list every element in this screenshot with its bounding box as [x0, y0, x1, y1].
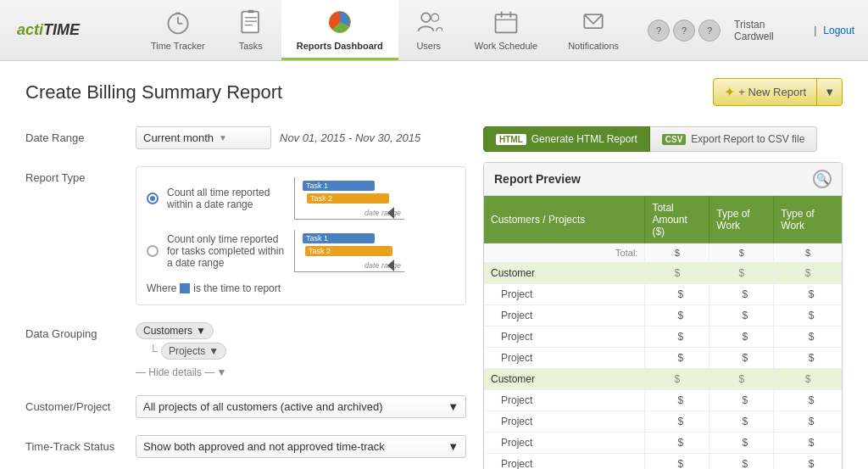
- users-icon: [414, 7, 444, 37]
- nav-item-work-schedule[interactable]: Work Schedule: [459, 0, 553, 60]
- hide-details-text: — Hide details —: [136, 366, 214, 378]
- svg-rect-4: [242, 12, 259, 33]
- radio-option-1[interactable]: [147, 193, 159, 204]
- row-col1-4: $: [645, 348, 709, 369]
- date-range-select[interactable]: Current month ▼: [136, 126, 271, 149]
- table-row: Project $ $ $: [484, 433, 842, 454]
- grouping-projects-chip[interactable]: Projects ▼: [161, 343, 226, 360]
- grouping-customers-chip[interactable]: Customers ▼: [136, 322, 214, 339]
- row-col1-9: $: [645, 454, 709, 470]
- html-badge: HTML: [496, 134, 526, 145]
- chevron-down-icon: ▼: [824, 86, 835, 98]
- top-navigation: actiTIME Time Tracker: [0, 0, 868, 61]
- table-row: Project $ $ $: [484, 327, 842, 348]
- report-type-row: Report Type Count all time reported with…: [25, 166, 466, 305]
- time-track-select[interactable]: Show both approved and not approved time…: [136, 435, 466, 458]
- date-range-control: Current month ▼ Nov 01, 2015 - Nov 30, 2…: [136, 126, 466, 149]
- gantt-diagram-1: Task 1 Task 2 date range: [294, 177, 404, 220]
- nav-label-work-schedule: Work Schedule: [475, 41, 537, 51]
- row-col3-4: $: [774, 348, 842, 369]
- date-range-arrow: ▼: [219, 133, 227, 142]
- option-2-text: Count only time reported for tasks compl…: [167, 233, 286, 269]
- time-tracker-icon: [163, 7, 193, 37]
- nav-item-time-tracker[interactable]: Time Tracker: [136, 0, 220, 60]
- row-col3-2: $: [774, 305, 842, 327]
- search-button[interactable]: 🔍: [813, 170, 832, 188]
- radio-option-2[interactable]: [147, 245, 159, 257]
- report-type-box: Count all time reported within a date ra…: [136, 166, 466, 305]
- customer-project-arrow: ▼: [448, 400, 459, 413]
- customers-label: Customers: [143, 325, 192, 337]
- total-label: Total:: [484, 243, 645, 263]
- th-work1: Type of Work: [709, 196, 774, 243]
- table-row: Project $ $ $: [484, 348, 842, 369]
- new-report-label: + New Report: [738, 86, 806, 98]
- separator: |: [814, 25, 816, 36]
- row-col2-5: $: [709, 369, 774, 390]
- hide-details[interactable]: — Hide details — ▼: [136, 366, 466, 378]
- row-col2-8: $: [709, 433, 774, 454]
- svg-marker-18: [387, 260, 394, 271]
- l-arrow-icon: └: [149, 344, 158, 358]
- right-panel: HTML Generate HTML Report CSV Export Rep…: [483, 126, 843, 469]
- total-col3: $: [774, 243, 842, 263]
- left-panel: Date Range Current month ▼ Nov 01, 2015 …: [25, 126, 466, 469]
- new-report-dropdown-arrow[interactable]: ▼: [817, 81, 842, 103]
- row-label-6: Project: [484, 390, 645, 411]
- row-col3-8: $: [774, 433, 842, 454]
- data-grouping-control: Customers ▼ └ Projects ▼ —: [136, 322, 466, 378]
- row-col1-5: $: [645, 369, 709, 390]
- row-label-7: Project: [484, 411, 645, 433]
- user-icon-2: ?: [673, 20, 695, 42]
- nav-item-reports[interactable]: Reports Dashboard: [281, 0, 398, 60]
- user-area: ? ? ? Tristan Cardwell | Logout: [634, 19, 868, 42]
- date-range-label: Date Range: [25, 126, 136, 144]
- row-col3-9: $: [774, 454, 842, 470]
- report-preview: Report Preview 🔍 Customers / Projects To…: [483, 162, 843, 469]
- th-work2: Type of Work: [774, 196, 842, 243]
- nav-label-time-tracker: Time Tracker: [151, 41, 205, 51]
- blue-square-icon: [180, 283, 190, 293]
- nav-item-notifications[interactable]: Notifications: [553, 0, 634, 60]
- svg-rect-8: [248, 10, 253, 14]
- export-csv-button[interactable]: CSV Export Report to CSV file: [650, 126, 818, 152]
- svg-rect-3: [175, 12, 180, 14]
- row-col3-1: $: [774, 284, 842, 305]
- customers-arrow: ▼: [196, 325, 206, 337]
- svg-rect-12: [496, 14, 517, 32]
- data-grouping-row: Data Grouping Customers ▼ └ Projec: [25, 322, 466, 378]
- customer-project-label: Customer/Project: [25, 395, 136, 413]
- nav-item-tasks[interactable]: Tasks: [220, 0, 281, 60]
- report-type-option-1[interactable]: Count all time reported within a date ra…: [147, 177, 455, 220]
- data-grouping-label: Data Grouping: [25, 322, 136, 340]
- projects-arrow: ▼: [209, 345, 219, 357]
- nav-item-users[interactable]: Users: [398, 0, 459, 60]
- app-logo: actiTIME: [0, 21, 136, 39]
- time-track-label: Time-Track Status: [25, 435, 136, 453]
- row-col2-4: $: [709, 348, 774, 369]
- row-col1-1: $: [645, 284, 709, 305]
- user-icons: ? ? ?: [648, 20, 721, 42]
- logout-link[interactable]: Logout: [823, 25, 854, 36]
- generate-html-label: Generate HTML Report: [531, 133, 637, 145]
- nav-label-notifications: Notifications: [568, 41, 619, 51]
- row-col1-7: $: [645, 411, 709, 433]
- table-row: Project $ $ $: [484, 305, 842, 327]
- customer-project-select[interactable]: All projects of all customers (active an…: [136, 395, 466, 418]
- report-type-option-2[interactable]: Count only time reported for tasks compl…: [147, 230, 455, 272]
- table-row: Project $ $ $: [484, 284, 842, 305]
- new-report-main[interactable]: ✦ + New Report: [714, 79, 817, 105]
- report-type-control: Count all time reported within a date ra…: [136, 166, 466, 305]
- preview-header: Report Preview 🔍: [484, 163, 842, 196]
- total-col2: $: [709, 243, 774, 263]
- row-label-2: Project: [484, 305, 645, 327]
- export-csv-label: Export Report to CSV file: [691, 133, 804, 145]
- generate-html-button[interactable]: HTML Generate HTML Report: [483, 126, 650, 152]
- row-col1-2: $: [645, 305, 709, 327]
- new-report-button[interactable]: ✦ + New Report ▼: [713, 78, 843, 106]
- date-range-dates: Nov 01, 2015 - Nov 30, 2015: [280, 131, 420, 144]
- notifications-icon: [578, 7, 609, 37]
- user-icon-3: ?: [698, 20, 721, 42]
- reports-icon: [325, 7, 355, 37]
- total-col1: $: [645, 243, 709, 263]
